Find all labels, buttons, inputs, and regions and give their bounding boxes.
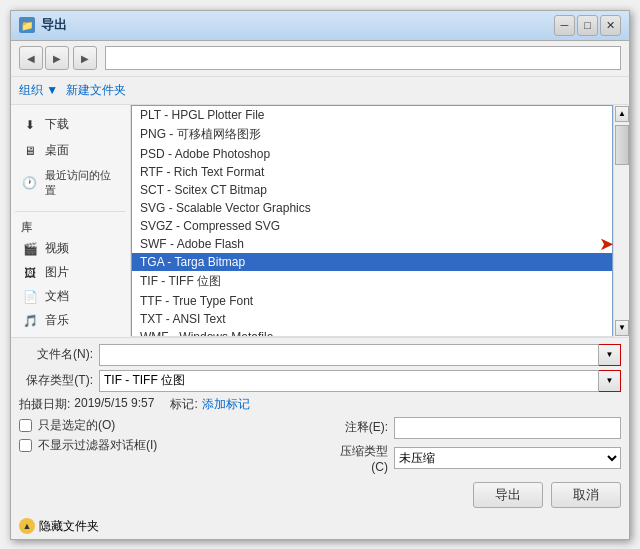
compress-select-wrapper: 未压缩 [394, 447, 621, 469]
scroll-down-button[interactable]: ▼ [615, 320, 629, 336]
note-row: 注释(E): [324, 417, 621, 439]
right-panel: PLT - HPGL Plotter File PNG - 可移植网络图形 PS… [131, 105, 629, 337]
list-item-swf[interactable]: SWF - Adobe Flash ➤ [132, 235, 612, 253]
filetype-row: 保存类型(T): TIF - TIFF 位图 ▼ [19, 370, 621, 392]
sidebar-item-label-document: 文档 [45, 288, 69, 305]
tags-meta: 标记: 添加标记 [170, 396, 249, 413]
list-item[interactable]: TTF - True Type Font [132, 292, 612, 310]
filetype-field-wrapper: TIF - TIFF 位图 ▼ [99, 370, 621, 392]
tags-label: 标记: [170, 396, 197, 413]
nav-buttons: ◀ ▶ [19, 46, 69, 70]
hide-files-icon: ▲ [19, 518, 35, 534]
address-bar[interactable] [105, 46, 621, 70]
up-button[interactable]: ▶ [73, 46, 97, 70]
filename-input[interactable] [99, 344, 599, 366]
scroll-track [614, 166, 629, 319]
list-item-tga[interactable]: TGA - Targa Bitmap [132, 253, 612, 271]
sidebar-item-label-picture: 图片 [45, 264, 69, 281]
date-meta: 拍摄日期: 2019/5/15 9:57 [19, 396, 154, 413]
filetype-label: 保存类型(T): [19, 372, 99, 389]
scroll-thumb[interactable] [615, 125, 629, 165]
list-item[interactable]: SVGZ - Compressed SVG [132, 217, 612, 235]
note-input[interactable] [394, 417, 621, 439]
hide-files-label[interactable]: 隐藏文件夹 [39, 518, 99, 535]
no-filter-dialog-checkbox[interactable] [19, 439, 32, 452]
sidebar-item-picture[interactable]: 🖼 图片 [15, 261, 126, 285]
forward-button[interactable]: ▶ [45, 46, 69, 70]
sidebar-item-music[interactable]: 🎵 音乐 [15, 309, 126, 333]
title-controls: ─ □ ✕ [554, 15, 621, 36]
recent-icon: 🕐 [21, 174, 39, 192]
maximize-button[interactable]: □ [577, 15, 598, 36]
sidebar-item-download[interactable]: ⬇ 下载 [15, 113, 126, 137]
only-selected-checkbox[interactable] [19, 419, 32, 432]
list-item[interactable]: RTF - Rich Text Format [132, 163, 612, 181]
download-icon: ⬇ [21, 116, 39, 134]
date-value: 2019/5/15 9:57 [74, 396, 154, 413]
sidebar: ⬇ 下载 🖥 桌面 🕐 最近访问的位置 库 🎬 视频 🖼 图片 [11, 105, 131, 337]
sidebar-item-label-music: 音乐 [45, 312, 69, 329]
list-item[interactable]: TIF - TIFF 位图 [132, 271, 612, 292]
sidebar-item-label-desktop: 桌面 [45, 142, 69, 159]
library-section: 库 🎬 视频 🖼 图片 📄 文档 🎵 音乐 [15, 211, 126, 333]
export-dialog: 📁 导出 ─ □ ✕ ◀ ▶ ▶ 组织 ▼ 新建文件夹 ⬇ 下载 [10, 10, 630, 540]
secondary-toolbar: 组织 ▼ 新建文件夹 [11, 77, 629, 105]
footer-bar: ▲ 隐藏文件夹 [11, 514, 629, 539]
file-list[interactable]: PLT - HPGL Plotter File PNG - 可移植网络图形 PS… [131, 105, 613, 337]
cancel-button[interactable]: 取消 [551, 482, 621, 508]
scroll-up-button[interactable]: ▲ [615, 106, 629, 122]
list-item[interactable]: PNG - 可移植网络图形 [132, 124, 612, 145]
scrollbar[interactable]: ▲ ▼ [613, 105, 629, 337]
export-button[interactable]: 导出 [473, 482, 543, 508]
toolbar: ◀ ▶ ▶ [11, 41, 629, 77]
no-filter-dialog-row: 不显示过滤器对话框(I) [19, 437, 316, 454]
format-dropdown-list[interactable]: PLT - HPGL Plotter File PNG - 可移植网络图形 PS… [131, 105, 613, 337]
organize-button[interactable]: 组织 ▼ [19, 82, 58, 99]
only-selected-row: 只是选定的(O) [19, 417, 316, 434]
tags-value[interactable]: 添加标记 [202, 396, 250, 413]
back-button[interactable]: ◀ [19, 46, 43, 70]
two-column-section: 只是选定的(O) 不显示过滤器对话框(I) 注释(E): 压缩类型(C) 未压缩 [19, 417, 621, 478]
new-folder-button[interactable]: 新建文件夹 [66, 82, 126, 99]
list-item[interactable]: TXT - ANSI Text [132, 310, 612, 328]
sidebar-item-label-recent: 最近访问的位置 [45, 168, 120, 198]
bottom-panel: 文件名(N): ▼ 保存类型(T): TIF - TIFF 位图 ▼ 拍摄日期:… [11, 337, 629, 514]
music-icon: 🎵 [21, 312, 39, 330]
list-item[interactable]: PLT - HPGL Plotter File [132, 106, 612, 124]
list-item[interactable]: PSD - Adobe Photoshop [132, 145, 612, 163]
picture-icon: 🖼 [21, 264, 39, 282]
date-label: 拍摄日期: [19, 396, 70, 413]
title-bar: 📁 导出 ─ □ ✕ [11, 11, 629, 41]
list-item[interactable]: SCT - Scitex CT Bitmap [132, 181, 612, 199]
filetype-dropdown-button[interactable]: ▼ [599, 370, 621, 392]
right-col: 注释(E): 压缩类型(C) 未压缩 [324, 417, 621, 478]
filename-field-wrapper: ▼ [99, 344, 621, 366]
compress-select[interactable]: 未压缩 [394, 447, 621, 469]
sidebar-item-label-video: 视频 [45, 240, 69, 257]
filename-dropdown-button[interactable]: ▼ [599, 344, 621, 366]
note-label: 注释(E): [324, 419, 394, 436]
sidebar-item-recent[interactable]: 🕐 最近访问的位置 [15, 165, 126, 201]
button-row: 导出 取消 [19, 482, 621, 508]
dialog-title: 导出 [41, 16, 67, 34]
sidebar-item-document[interactable]: 📄 文档 [15, 285, 126, 309]
sidebar-item-video[interactable]: 🎬 视频 [15, 237, 126, 261]
compress-row: 压缩类型(C) 未压缩 [324, 443, 621, 474]
meta-row: 拍摄日期: 2019/5/15 9:57 标记: 添加标记 [19, 396, 621, 413]
filename-label: 文件名(N): [19, 346, 99, 363]
minimize-button[interactable]: ─ [554, 15, 575, 36]
library-title: 库 [15, 218, 126, 237]
sidebar-item-label-download: 下载 [45, 116, 69, 133]
main-content: ⬇ 下载 🖥 桌面 🕐 最近访问的位置 库 🎬 视频 🖼 图片 [11, 105, 629, 337]
list-item[interactable]: WMF - Windows Metafile [132, 328, 612, 337]
video-icon: 🎬 [21, 240, 39, 258]
list-item[interactable]: SVG - Scalable Vector Graphics [132, 199, 612, 217]
only-selected-label: 只是选定的(O) [38, 417, 115, 434]
close-button[interactable]: ✕ [600, 15, 621, 36]
left-col: 只是选定的(O) 不显示过滤器对话框(I) [19, 417, 316, 478]
no-filter-dialog-label: 不显示过滤器对话框(I) [38, 437, 157, 454]
dialog-icon: 📁 [19, 17, 35, 33]
filetype-value[interactable]: TIF - TIFF 位图 [99, 370, 599, 392]
filename-row: 文件名(N): ▼ [19, 344, 621, 366]
sidebar-item-desktop[interactable]: 🖥 桌面 [15, 139, 126, 163]
